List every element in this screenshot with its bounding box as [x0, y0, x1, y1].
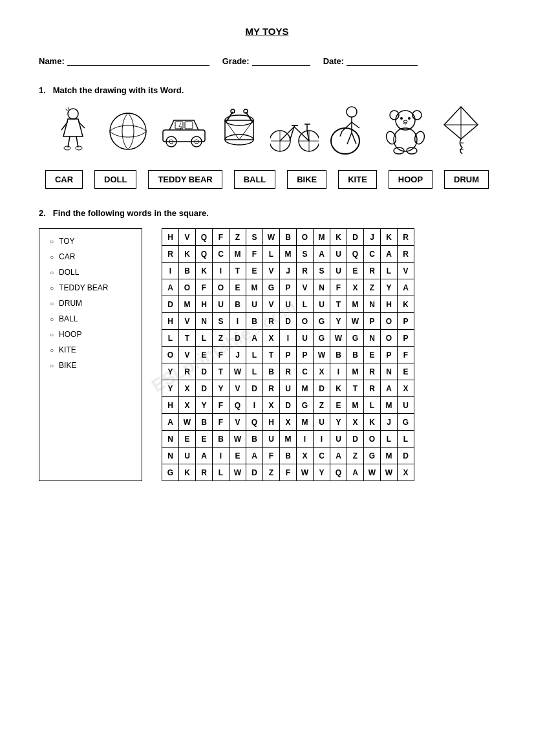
grid-cell: X: [179, 380, 196, 397]
grid-cell: V: [297, 279, 314, 296]
svg-rect-11: [175, 122, 183, 129]
grid-cell: A: [330, 448, 347, 464]
grid-cell: C: [297, 363, 314, 380]
grid-cell: I: [213, 263, 230, 279]
grid-cell: V: [179, 347, 196, 363]
grid-cell: Q: [246, 414, 263, 431]
word-teddy-bear: TEDDY BEAR: [148, 170, 222, 189]
grid-cell: E: [330, 397, 347, 414]
grid-cell: M: [347, 296, 364, 313]
grid-cell: D: [280, 397, 297, 414]
grid-cell: I: [230, 313, 246, 330]
grid-cell: M: [347, 397, 364, 414]
grid-cell: V: [263, 296, 280, 313]
grid-cell: V: [398, 263, 414, 279]
grid-cell: G: [398, 414, 414, 431]
grid-cell: E: [364, 347, 381, 363]
list-item-hoop: HOOP: [50, 330, 131, 339]
grid-cell: X: [314, 363, 330, 380]
grid-cell: Q: [330, 464, 347, 481]
grid-cell: T: [230, 263, 246, 279]
grid-cell: B: [179, 263, 196, 279]
grid-cell: L: [213, 464, 230, 481]
grid-cell: F: [398, 347, 414, 363]
grid-cell: M: [179, 296, 196, 313]
grid-cell: D: [196, 363, 213, 380]
grid-cell: M: [381, 448, 398, 464]
grid-cell: M: [381, 397, 398, 414]
grid-cell: T: [330, 296, 347, 313]
grid-cell: W: [230, 431, 246, 448]
grid-cell: U: [314, 414, 330, 431]
words-row: CAR DOLL TEDDY BEAR BALL BIKE KITE HOOP …: [39, 170, 495, 189]
grid-cell: W: [263, 229, 280, 246]
grid-cell: E: [347, 263, 364, 279]
grid-cell: N: [196, 313, 213, 330]
drawing-ball: [103, 105, 155, 157]
grid-cell: I: [280, 330, 297, 347]
grid-cell: I: [162, 263, 179, 279]
grid-cell: E: [246, 263, 263, 279]
section1: 1. Match the drawing with its Word.: [39, 85, 495, 189]
grid-cell: F: [280, 464, 297, 481]
svg-rect-18: [225, 120, 253, 140]
grid-cell: L: [263, 246, 280, 263]
grid-cell: Z: [213, 330, 230, 347]
svg-line-36: [294, 125, 295, 127]
word-list: TOY CAR DOLL TEDDY BEAR DRUM BALL HOOP K…: [50, 237, 131, 370]
svg-point-7: [64, 146, 70, 150]
grid-cell: W: [330, 330, 347, 347]
grid-cell: K: [398, 296, 414, 313]
grid-cell: P: [280, 347, 297, 363]
grid-cell: O: [213, 279, 230, 296]
grid-cell: U: [297, 330, 314, 347]
grid-cell: V: [179, 313, 196, 330]
grid-cell: D: [347, 431, 364, 448]
name-field: Name:: [39, 56, 209, 66]
grid-cell: Q: [347, 246, 364, 263]
svg-line-1: [65, 109, 68, 111]
grid-cell: F: [196, 279, 213, 296]
word-car: CAR: [45, 170, 83, 189]
grid-cell: P: [398, 313, 414, 330]
grid-cell: C: [364, 246, 381, 263]
grid-cell: L: [196, 330, 213, 347]
word-hoop: HOOP: [389, 170, 433, 189]
grid-cell: P: [364, 313, 381, 330]
svg-line-43: [352, 122, 359, 128]
grid-cell: O: [364, 431, 381, 448]
grid-cell: F: [213, 229, 230, 246]
date-label: Date:: [323, 56, 345, 66]
grid-cell: L: [246, 363, 263, 380]
grid-cell: D: [314, 380, 330, 397]
list-item-bike: BIKE: [50, 361, 131, 370]
grid-cell: V: [263, 263, 280, 279]
grid-cell: D: [280, 313, 297, 330]
grid-cell: J: [381, 414, 398, 431]
svg-line-3: [61, 122, 68, 130]
grade-label: Grade:: [222, 56, 250, 66]
grid-cell: Y: [314, 464, 330, 481]
grid-cell: F: [330, 279, 347, 296]
grid-cell: M: [280, 431, 297, 448]
drawing-doll: [47, 105, 99, 157]
grid-cell: I: [314, 431, 330, 448]
grid-cell: L: [246, 347, 263, 363]
name-line: [67, 65, 209, 66]
grid-cell: B: [280, 229, 297, 246]
grid-cell: Z: [230, 229, 246, 246]
grid-cell: F: [263, 448, 280, 464]
grid-cell: A: [246, 448, 263, 464]
grid-cell: X: [398, 380, 414, 397]
grid-cell: V: [179, 229, 196, 246]
grid-cell: W: [364, 464, 381, 481]
word-doll: DOLL: [94, 170, 136, 189]
grid-cell: G: [364, 448, 381, 464]
grid-cell: N: [381, 363, 398, 380]
grid-cell: R: [398, 246, 414, 263]
grid-cell: R: [280, 363, 297, 380]
grid-cell: P: [381, 347, 398, 363]
drawings-row: [39, 105, 495, 157]
grid-cell: B: [246, 313, 263, 330]
section2-number: 2.: [39, 208, 46, 218]
